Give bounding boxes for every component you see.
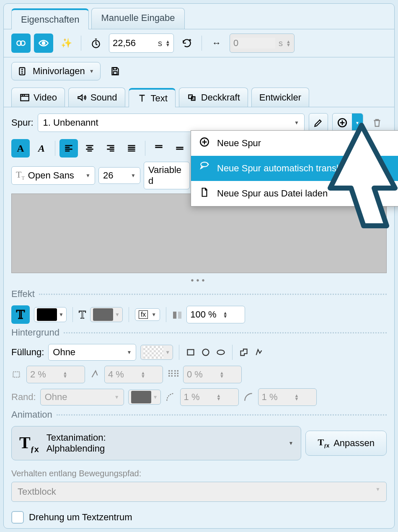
menu-new-spur-label: Neue Spur — [217, 138, 261, 149]
rotate-checkbox[interactable] — [11, 511, 24, 524]
spur-select[interactable]: 1. Unbenannt ▼ — [38, 114, 305, 132]
opacity-field[interactable]: ▲▼ — [186, 306, 245, 323]
double-arrow-icon[interactable]: ↔ — [207, 34, 226, 53]
fill-label: Füllung: — [11, 347, 44, 358]
path-behavior-value: Textblock — [18, 486, 56, 497]
subtab-sound[interactable]: Sound — [68, 88, 125, 107]
subtab-text[interactable]: Text — [129, 88, 176, 107]
menu-load-from-file[interactable]: Neue Spur aus Datei laden — [191, 181, 398, 206]
mini-templates-label: Minivorlagen — [33, 66, 85, 77]
menu-auto-transcribe-label: Neue Spur automatisch transkribieren — [217, 163, 372, 174]
shadow-field: ▲▼ — [104, 366, 163, 383]
text-color-picker[interactable]: ▼ — [34, 307, 67, 322]
shadow-icon — [89, 369, 100, 380]
svg-rect-14 — [13, 372, 19, 377]
fx-preset-select[interactable]: fx ▼ — [135, 308, 160, 321]
fill-color-picker[interactable]: ▼ — [140, 345, 173, 360]
resize-handle[interactable]: ••• — [4, 273, 394, 288]
rotate-label: Drehung um Textzentrum — [29, 512, 132, 523]
duration-input[interactable] — [113, 38, 155, 49]
corner1-field: ▲▼ — [180, 388, 239, 406]
fill-type-select[interactable]: Ohne ▼ — [48, 344, 136, 361]
chevron-down-icon: ▼ — [89, 68, 94, 74]
separator — [202, 36, 202, 51]
menu-new-spur[interactable]: Neue Spur — [191, 131, 398, 156]
delete-spur-button[interactable] — [367, 113, 387, 132]
animation-icon: Tƒ𝗑 — [19, 433, 39, 454]
font-variable-value: Variable d — [148, 165, 185, 186]
time-refresh-icon[interactable] — [177, 34, 196, 53]
text-effect-toggle[interactable]: 𝕋 — [11, 305, 30, 324]
animation-adjust-label: Anpassen — [333, 438, 375, 449]
shape-circle-icon[interactable] — [200, 347, 211, 358]
valign-top-button[interactable] — [150, 139, 168, 158]
corner2-icon — [243, 392, 254, 403]
corner2-field: ▲▼ — [258, 388, 317, 406]
separator — [81, 36, 81, 51]
mini-templates-dropdown[interactable]: Minivorlagen ▼ — [11, 62, 101, 80]
svg-rect-9 — [191, 96, 195, 100]
save-icon[interactable] — [106, 62, 125, 81]
animation-adjust-button[interactable]: Tƒ𝗑 Anpassen — [305, 431, 387, 455]
path-behavior-select: Textblock ▼ — [11, 482, 387, 502]
separator — [232, 345, 233, 360]
font-family-select[interactable]: TT Open Sans ▼ — [11, 166, 95, 184]
align-left-button[interactable] — [59, 139, 78, 158]
subtab-video[interactable]: Video — [11, 88, 65, 107]
shape-custom1-icon[interactable] — [238, 347, 249, 358]
separator — [179, 345, 179, 360]
shape-custom2-icon[interactable] — [253, 347, 264, 358]
divider — [39, 294, 387, 295]
subtab-text-label: Text — [151, 93, 168, 104]
svg-rect-11 — [188, 350, 194, 355]
add-spur-button[interactable] — [333, 114, 352, 132]
valign-middle-button[interactable] — [171, 139, 189, 158]
background-section-label: Hintergrund — [11, 327, 59, 338]
border-color-picker: ▼ — [128, 390, 161, 405]
subtab-opacity[interactable]: Deckkraft — [179, 88, 248, 107]
magic-wand-icon[interactable]: ✨ — [57, 34, 76, 53]
menu-auto-transcribe[interactable]: Neue Spur automatisch transkribieren — [191, 156, 398, 181]
duration-field[interactable]: s ▲▼ — [109, 34, 174, 53]
add-spur-split-button[interactable]: ▼ — [332, 113, 363, 132]
speech-sparkle-icon — [199, 162, 210, 175]
corner1-input — [184, 392, 213, 403]
outline-color-picker[interactable]: ▼ — [90, 307, 123, 322]
separator — [166, 307, 166, 322]
font-size-select[interactable]: 26 ▼ — [98, 167, 140, 184]
subtab-opacity-label: Deckkraft — [201, 92, 240, 103]
visibility-eye-icon[interactable] — [34, 34, 53, 53]
duration-spinner[interactable]: ▲▼ — [165, 40, 170, 46]
add-spur-dropdown[interactable]: ▼ — [352, 114, 363, 132]
visibility-toggle-both-icon[interactable] — [11, 34, 31, 53]
blur-field: ▲▼ — [26, 366, 85, 383]
opacity-spinner[interactable]: ▲▼ — [223, 311, 227, 318]
subtab-developer[interactable]: Entwickler — [251, 88, 309, 107]
italic-button[interactable]: A — [32, 139, 51, 158]
shape-rect-icon[interactable] — [185, 347, 196, 358]
second-duration-input — [233, 38, 275, 49]
subtab-video-label: Video — [34, 92, 57, 103]
bold-button[interactable]: A — [11, 139, 30, 158]
border-type-value: Ohne — [45, 392, 67, 403]
spur-label: Spur: — [11, 117, 34, 128]
font-variable-select[interactable]: Variable d — [144, 162, 190, 189]
animation-preset-select[interactable]: Tƒ𝗑 Textanimation: Alphablending ▼ — [11, 426, 301, 460]
duration-unit: s — [158, 39, 162, 48]
tab-manual-input[interactable]: Manuelle Eingabe — [91, 8, 184, 29]
animation-name: Alphablending — [47, 443, 281, 454]
stopwatch-icon[interactable] — [86, 34, 106, 53]
align-center-button[interactable] — [80, 139, 99, 158]
outline-effect-icon[interactable]: T — [79, 308, 86, 321]
chevron-down-icon: ▼ — [294, 120, 299, 126]
shadow-input — [108, 369, 137, 380]
separator — [145, 141, 145, 156]
tab-properties[interactable]: Eigenschaften — [11, 8, 89, 29]
align-justify-button[interactable] — [122, 139, 141, 158]
shape-ellipse-icon[interactable] — [215, 347, 226, 358]
svg-point-12 — [203, 349, 209, 355]
corner1-icon — [165, 392, 176, 403]
edit-spur-button[interactable] — [309, 113, 328, 132]
opacity-input[interactable] — [190, 309, 220, 320]
align-right-button[interactable] — [101, 139, 120, 158]
